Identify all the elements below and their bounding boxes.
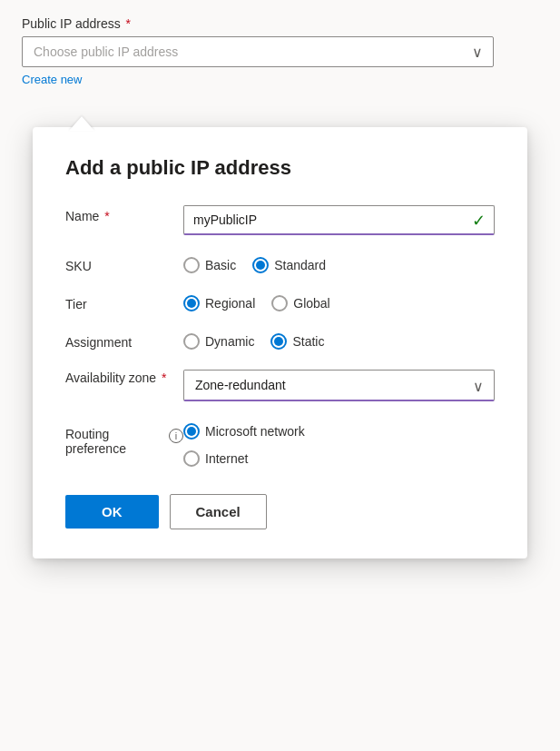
availability-zone-label: Availability zone * — [65, 370, 183, 388]
assignment-static-label: Static — [292, 334, 324, 349]
name-row: Name * ✓ — [65, 205, 495, 235]
routing-preference-row: Routing preference i Microsoft network I… — [65, 421, 495, 467]
assignment-dynamic-radio[interactable] — [183, 333, 200, 350]
required-star: * — [126, 16, 131, 31]
cancel-button[interactable]: Cancel — [170, 494, 267, 529]
name-input[interactable] — [183, 205, 495, 235]
name-control: ✓ — [183, 205, 495, 235]
public-ip-dropdown[interactable]: Choose public IP address — [22, 36, 494, 67]
assignment-static-radio[interactable] — [270, 333, 287, 350]
modal-dialog: Add a public IP address Name * ✓ SKU — [33, 127, 527, 558]
assignment-radio-group: Dynamic Static — [183, 331, 495, 350]
tier-regional-option[interactable]: Regional — [183, 295, 255, 311]
availability-zone-dropdown-wrapper: Zone-redundant No Zone 1 2 3 ∨ — [183, 370, 495, 401]
sku-basic-label: Basic — [205, 258, 236, 272]
sku-label: SKU — [65, 255, 183, 273]
availability-zone-dropdown[interactable]: Zone-redundant No Zone 1 2 3 — [183, 370, 495, 401]
routing-preference-label: Routing preference i — [65, 421, 183, 456]
routing-preference-text: Routing preference — [65, 427, 164, 456]
sku-standard-radio[interactable] — [252, 257, 269, 273]
routing-microsoft-label: Microsoft network — [205, 424, 305, 439]
public-ip-dropdown-wrapper: Choose public IP address ∨ — [22, 36, 494, 67]
sku-basic-option[interactable]: Basic — [183, 257, 236, 273]
create-new-link[interactable]: Create new — [22, 73, 82, 86]
availability-zone-control: Zone-redundant No Zone 1 2 3 ∨ — [183, 370, 495, 401]
sku-standard-label: Standard — [274, 258, 326, 272]
routing-microsoft-option[interactable]: Microsoft network — [183, 423, 495, 440]
assignment-dynamic-label: Dynamic — [205, 334, 254, 349]
tooltip-arrow — [69, 116, 94, 131]
name-label: Name * — [65, 205, 183, 223]
tier-global-label: Global — [293, 296, 329, 311]
routing-preference-control: Microsoft network Internet — [183, 421, 495, 467]
info-icon[interactable]: i — [169, 429, 183, 443]
button-row: OK Cancel — [65, 487, 495, 529]
tier-global-option[interactable]: Global — [271, 295, 329, 311]
tier-global-radio[interactable] — [271, 295, 288, 311]
sku-row: SKU Basic Standard — [65, 255, 495, 273]
routing-internet-option[interactable]: Internet — [183, 450, 495, 467]
page-background: Public IP address * Choose public IP add… — [0, 0, 560, 751]
sku-radio-group: Basic Standard — [183, 255, 495, 273]
tier-radio-group: Regional Global — [183, 293, 495, 311]
routing-microsoft-radio[interactable] — [183, 423, 200, 440]
public-ip-label: Public IP address * — [22, 16, 538, 31]
assignment-label: Assignment — [65, 331, 183, 350]
tier-regional-radio[interactable] — [183, 295, 200, 311]
tier-regional-label: Regional — [205, 296, 255, 311]
routing-internet-radio[interactable] — [183, 450, 200, 467]
assignment-control: Dynamic Static — [183, 331, 495, 350]
tier-control: Regional Global — [183, 293, 495, 311]
tier-label: Tier — [65, 293, 183, 311]
sku-standard-option[interactable]: Standard — [252, 257, 326, 273]
assignment-row: Assignment Dynamic Static — [65, 331, 495, 350]
assignment-static-option[interactable]: Static — [270, 333, 324, 350]
availability-zone-row: Availability zone * Zone-redundant No Zo… — [65, 370, 495, 401]
routing-label-wrapper: Routing preference i — [65, 425, 183, 456]
ok-button[interactable]: OK — [65, 495, 159, 529]
check-icon: ✓ — [472, 211, 486, 231]
sku-control: Basic Standard — [183, 255, 495, 273]
routing-preference-radio-group: Microsoft network Internet — [183, 421, 495, 467]
routing-internet-label: Internet — [205, 451, 248, 466]
assignment-dynamic-option[interactable]: Dynamic — [183, 333, 254, 350]
modal-title: Add a public IP address — [65, 156, 495, 180]
sku-basic-radio[interactable] — [183, 257, 200, 273]
public-ip-title: Public IP address — [22, 16, 121, 31]
name-input-wrapper: ✓ — [183, 205, 495, 235]
tier-row: Tier Regional Global — [65, 293, 495, 311]
